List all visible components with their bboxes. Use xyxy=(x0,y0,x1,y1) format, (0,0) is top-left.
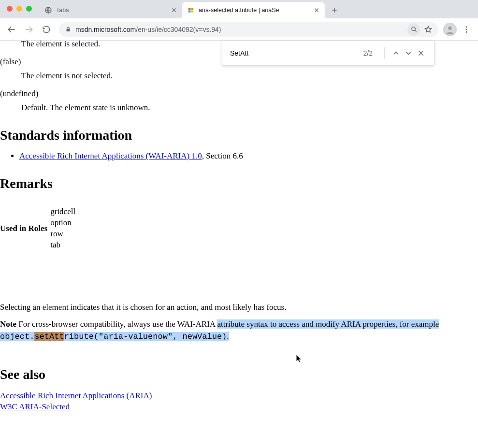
heading-remarks: Remarks xyxy=(0,174,478,193)
window-close-button[interactable] xyxy=(7,6,13,12)
svg-point-8 xyxy=(448,26,451,29)
back-button[interactable] xyxy=(4,22,19,37)
note-period: . xyxy=(227,332,229,341)
svg-point-9 xyxy=(466,26,467,28)
omnibox-search-icon[interactable] xyxy=(407,23,420,36)
used-in-roles-row: Used in Roles gridcell option row tab xyxy=(0,206,478,251)
windows-icon xyxy=(187,6,195,14)
list-item: option xyxy=(50,217,75,229)
address-bar[interactable]: msdn.microsoft.com/en-us/ie/cc304092(v=v… xyxy=(59,22,438,37)
browser-toolbar: msdn.microsoft.com/en-us/ie/cc304092(v=v… xyxy=(0,18,478,41)
roles-list: gridcell option row tab xyxy=(50,206,75,251)
list-item: gridcell xyxy=(50,206,75,217)
window-controls xyxy=(7,6,32,12)
svg-rect-1 xyxy=(188,8,191,10)
heading-see-also: See also xyxy=(0,365,478,384)
reload-button[interactable] xyxy=(39,22,54,37)
svg-rect-4 xyxy=(191,11,194,13)
code-post: ribute("aria-valuenow", newValue) xyxy=(64,332,227,341)
svg-point-10 xyxy=(466,29,467,30)
window-zoom-button[interactable] xyxy=(26,6,32,12)
profile-avatar[interactable] xyxy=(443,23,457,36)
svg-point-11 xyxy=(466,31,467,32)
list-item: row xyxy=(50,229,75,240)
value-false-desc: The element is not selected. xyxy=(21,71,478,82)
wai-aria-link[interactable]: Accessible Rich Internet Applications (W… xyxy=(19,151,202,160)
value-true-desc: The element is selected. xyxy=(21,41,478,50)
see-also-link[interactable]: Accessible Rich Internet Applications (A… xyxy=(0,390,478,402)
note-text-pre: For cross-browser compatibility, always … xyxy=(16,319,217,329)
note-paragraph: Note For cross-browser compatibility, al… xyxy=(0,318,478,343)
browser-tab-inactive[interactable]: Tabs xyxy=(40,2,182,18)
url-path: /en-us/ie/cc304092(v=vs.94) xyxy=(136,26,221,33)
see-also-links: Accessible Rich Internet Applications (A… xyxy=(0,390,478,413)
list-item: tab xyxy=(50,240,75,251)
lock-icon xyxy=(65,26,72,33)
tab-strip: Tabs aria-selected attribute | ariaSe xyxy=(0,0,478,18)
url-text: msdn.microsoft.com/en-us/ie/cc304092(v=v… xyxy=(75,26,404,33)
svg-rect-5 xyxy=(67,29,70,31)
standards-list: Accessible Rich Internet Applications (W… xyxy=(19,151,478,162)
svg-point-6 xyxy=(411,27,415,31)
heading-standards: Standards information xyxy=(0,126,478,145)
tab-close-button[interactable] xyxy=(313,7,320,14)
new-tab-button[interactable] xyxy=(328,3,341,17)
globe-icon xyxy=(44,6,52,14)
note-text-selected: attribute syntax to access and modify AR… xyxy=(217,319,439,329)
value-undefined-desc: Default. The element state is unknown. xyxy=(21,102,478,114)
selecting-paragraph: Selecting an element indicates that it i… xyxy=(0,302,478,313)
value-false-term: (false) xyxy=(0,57,478,68)
svg-rect-2 xyxy=(191,8,194,10)
tab-title: Tabs xyxy=(56,7,167,14)
list-item: Accessible Rich Internet Applications (W… xyxy=(19,151,478,162)
browser-tab-active[interactable]: aria-selected attribute | ariaSe xyxy=(182,2,325,18)
window-minimize-button[interactable] xyxy=(16,6,22,12)
bookmark-star-icon[interactable] xyxy=(424,25,433,34)
tab-title: aria-selected attribute | ariaSe xyxy=(199,7,309,14)
used-in-roles-label: Used in Roles xyxy=(0,223,47,234)
standards-suffix: , Section 6.6 xyxy=(202,151,243,160)
code-find-match: setAtt xyxy=(34,332,64,341)
svg-rect-3 xyxy=(188,11,191,13)
code-pre: object. xyxy=(0,332,34,341)
value-undefined-term: (undefined) xyxy=(0,88,478,100)
browser-chrome: Tabs aria-selected attribute | ariaSe xyxy=(0,0,478,41)
page-content: The element is selected. (false) The ele… xyxy=(0,41,478,448)
note-label: Note xyxy=(0,319,16,329)
forward-button[interactable] xyxy=(21,22,37,37)
kebab-menu-button[interactable] xyxy=(459,22,474,37)
tab-close-button[interactable] xyxy=(171,7,177,14)
url-host: msdn.microsoft.com xyxy=(75,26,136,33)
see-also-link[interactable]: W3C ARIA-Selected xyxy=(0,402,478,413)
